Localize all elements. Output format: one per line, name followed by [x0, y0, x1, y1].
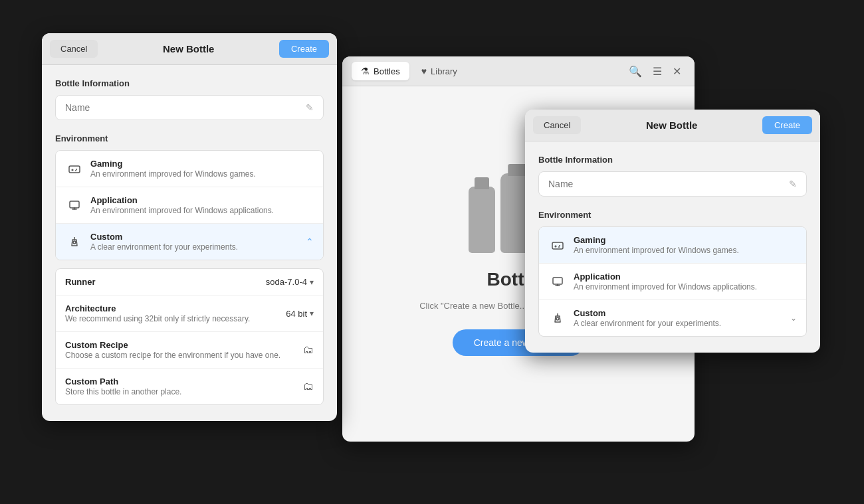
left-runner-name: Runner — [65, 277, 266, 287]
right-custom-text: Custom A clear environment for your expe… — [574, 308, 790, 328]
left-gaming-desc: An environment improved for Windows game… — [90, 169, 314, 179]
left-custom-icon — [65, 232, 84, 251]
left-arch-right: 64 bit ▾ — [286, 309, 314, 319]
left-custom-text: Custom A clear environment for your expe… — [90, 232, 306, 252]
right-dialog: Cancel New Bottle Create Bottle Informat… — [525, 110, 820, 353]
left-arch-value: 64 bit — [286, 309, 307, 319]
right-env-gaming[interactable]: Gaming An environment improved for Windo… — [539, 227, 806, 264]
left-app-text: Application An environment improved for … — [90, 195, 314, 215]
left-settings-list: Runner soda-7.0-4 ▾ Architecture We reco… — [55, 268, 324, 405]
left-custom-name: Custom — [90, 232, 306, 242]
svg-rect-5 — [70, 201, 79, 208]
left-gaming-name: Gaming — [90, 159, 314, 169]
left-recipe-desc: Choose a custom recipe for the environme… — [65, 351, 303, 360]
left-custom-desc: A clear environment for your experiments… — [90, 242, 306, 252]
svg-point-17 — [556, 317, 559, 320]
left-dialog: Cancel New Bottle Create Bottle Informat… — [42, 33, 337, 421]
left-env-application[interactable]: Application An environment improved for … — [56, 187, 323, 224]
left-arch-item[interactable]: Architecture We recommend using 32bit on… — [56, 295, 323, 332]
left-environment-label: Environment — [55, 133, 324, 143]
menu-button[interactable]: ☰ — [649, 62, 666, 80]
bottle-left — [469, 187, 495, 253]
svg-point-3 — [76, 169, 77, 170]
left-edit-icon: ✎ — [306, 102, 314, 113]
right-env-application[interactable]: Application An environment improved for … — [539, 264, 806, 300]
library-tab-label: Library — [431, 66, 457, 76]
svg-point-4 — [75, 170, 76, 171]
library-tab-icon: ♥ — [421, 66, 427, 76]
left-path-desc: Store this bottle in another place. — [65, 387, 303, 396]
right-gaming-name: Gaming — [574, 235, 797, 245]
left-custom-chevron: ⌃ — [306, 236, 314, 247]
bottles-tab-icon: ⚗ — [361, 66, 370, 76]
left-path-item[interactable]: Custom Path Store this bottle in another… — [56, 369, 323, 404]
left-cancel-button[interactable]: Cancel — [50, 40, 98, 58]
right-gaming-icon — [548, 236, 567, 254]
svg-rect-0 — [69, 166, 80, 173]
right-gaming-text: Gaming An environment improved for Windo… — [574, 235, 797, 255]
left-path-left: Custom Path Store this bottle in another… — [65, 377, 303, 396]
right-cancel-button[interactable]: Cancel — [533, 116, 581, 134]
right-dialog-title: New Bottle — [581, 120, 762, 131]
right-app-desc: An environment improved for Windows appl… — [574, 282, 797, 292]
search-button[interactable]: 🔍 — [625, 62, 646, 80]
left-name-input-row[interactable]: ✎ — [55, 95, 324, 120]
left-runner-item[interactable]: Runner soda-7.0-4 ▾ — [56, 269, 323, 295]
left-dialog-body: Bottle Information ✎ Environment — [42, 65, 337, 421]
left-env-list: Gaming An environment improved for Windo… — [55, 150, 324, 260]
left-gaming-icon — [65, 159, 84, 178]
left-bottle-info-label: Bottle Information — [55, 78, 324, 88]
left-env-gaming[interactable]: Gaming An environment improved for Windo… — [56, 151, 323, 187]
middle-titlebar: ⚗ Bottles ♥ Library 🔍 ☰ ✕ — [342, 56, 695, 86]
left-runner-right: soda-7.0-4 ▾ — [266, 277, 314, 287]
right-dialog-body: Bottle Information ✎ Environment — [525, 141, 820, 353]
right-custom-icon — [548, 309, 567, 327]
right-env-custom[interactable]: Custom A clear environment for your expe… — [539, 300, 806, 336]
left-app-name: Application — [90, 195, 314, 205]
right-name-input[interactable] — [548, 179, 789, 189]
left-name-input[interactable] — [65, 102, 306, 113]
right-dialog-titlebar: Cancel New Bottle Create — [525, 110, 820, 141]
bottles-tab-label: Bottles — [374, 66, 400, 76]
close-button[interactable]: ✕ — [669, 62, 685, 80]
left-runner-left: Runner — [65, 277, 266, 287]
right-gaming-desc: An environment improved for Windows game… — [574, 246, 797, 255]
right-custom-chevron: ⌄ — [790, 313, 797, 323]
svg-rect-14 — [553, 278, 562, 284]
tab-bottles[interactable]: ⚗ Bottles — [352, 62, 409, 80]
left-env-custom[interactable]: Custom A clear environment for your expe… — [56, 224, 323, 260]
left-app-icon — [65, 196, 84, 214]
svg-point-12 — [559, 245, 560, 246]
right-name-input-row[interactable]: ✎ — [538, 171, 807, 197]
svg-point-13 — [558, 246, 560, 248]
left-create-button[interactable]: Create — [279, 40, 329, 58]
right-app-text: Application An environment improved for … — [574, 272, 797, 292]
left-arch-name: Architecture — [65, 303, 286, 313]
left-recipe-left: Custom Recipe Choose a custom recipe for… — [65, 340, 303, 360]
left-arch-left: Architecture We recommend using 32bit on… — [65, 303, 286, 323]
left-recipe-folder-icon: 🗂 — [303, 344, 314, 356]
right-edit-icon: ✎ — [789, 179, 797, 189]
left-app-desc: An environment improved for Windows appl… — [90, 206, 314, 215]
left-path-name: Custom Path — [65, 377, 303, 386]
left-dialog-titlebar: Cancel New Bottle Create — [42, 33, 337, 65]
left-recipe-name: Custom Recipe — [65, 340, 303, 350]
left-runner-arrow: ▾ — [310, 278, 314, 287]
left-recipe-item[interactable]: Custom Recipe Choose a custom recipe for… — [56, 332, 323, 369]
tab-library[interactable]: ♥ Library — [412, 62, 467, 80]
right-bottle-info-label: Bottle Information — [538, 155, 807, 165]
right-custom-desc: A clear environment for your experiments… — [574, 319, 790, 328]
right-app-icon — [548, 272, 567, 291]
right-environment-label: Environment — [538, 210, 807, 220]
left-gaming-text: Gaming An environment improved for Windo… — [90, 159, 314, 179]
left-runner-value: soda-7.0-4 — [266, 277, 307, 287]
left-arch-arrow: ▾ — [310, 309, 314, 318]
left-path-folder-icon: 🗂 — [303, 380, 314, 392]
right-custom-name: Custom — [574, 308, 790, 318]
left-dialog-title: New Bottle — [98, 43, 279, 54]
left-arch-desc: We recommend using 32bit only if strictl… — [65, 314, 286, 323]
right-app-name: Application — [574, 272, 797, 282]
right-create-button[interactable]: Create — [762, 116, 812, 134]
svg-rect-9 — [552, 242, 563, 249]
right-env-list: Gaming An environment improved for Windo… — [538, 226, 807, 337]
